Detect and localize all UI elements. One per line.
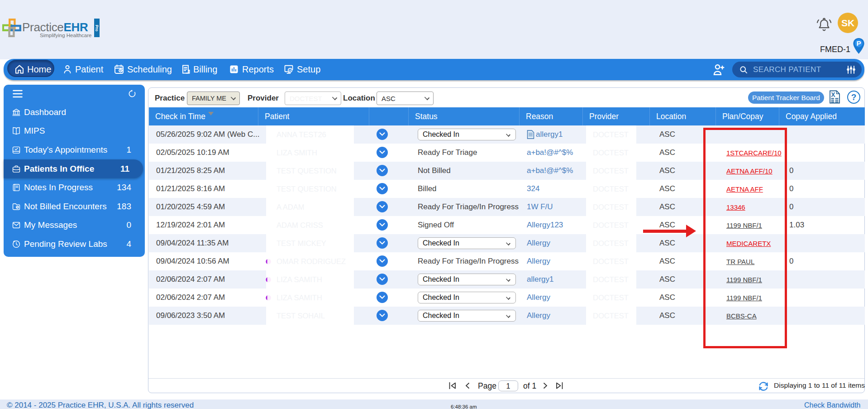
svg-text:P: P bbox=[856, 39, 861, 47]
svg-text:X: X bbox=[831, 91, 835, 98]
